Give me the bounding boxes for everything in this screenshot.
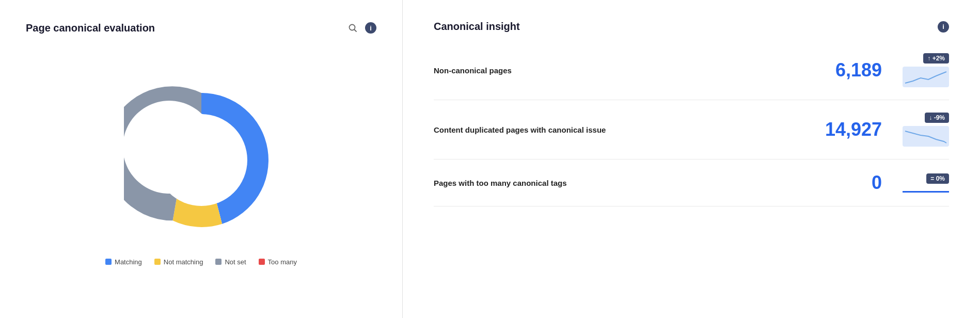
left-header-icons: i xyxy=(345,21,376,35)
metric-label-non-canonical: Non-canonical pages xyxy=(434,66,820,75)
legend-label-too-many: Too many xyxy=(268,258,297,266)
legend-label-not-matching: Not matching xyxy=(164,258,203,266)
svg-point-2 xyxy=(155,114,247,206)
metric-chart-non-canonical: ↑ +2% xyxy=(892,53,949,87)
metric-value-too-many: 0 xyxy=(820,172,882,194)
sparkline-duplicated xyxy=(903,126,949,147)
metric-value-duplicated: 14,927 xyxy=(820,119,882,140)
right-panel: Canonical insight i Non-canonical pages … xyxy=(403,0,980,318)
metric-badge-too-many: = 0% xyxy=(926,173,949,184)
legend-label-matching: Matching xyxy=(115,258,142,266)
legend-item-too-many: Too many xyxy=(259,258,297,266)
metric-label-too-many: Pages with too many canonical tags xyxy=(434,179,820,187)
legend-dot-matching xyxy=(105,259,112,265)
metric-badge-duplicated: ↓ -9% xyxy=(925,113,949,123)
left-panel-header: Page canonical evaluation i xyxy=(26,21,376,35)
metric-chart-duplicated: ↓ -9% xyxy=(892,113,949,147)
left-panel-title: Page canonical evaluation xyxy=(26,22,155,34)
metric-row-non-canonical: Non-canonical pages 6,189 ↑ +2% xyxy=(434,48,949,100)
left-panel: Page canonical evaluation i xyxy=(0,0,403,318)
legend-dot-not-matching xyxy=(154,259,161,265)
metric-row-duplicated: Content duplicated pages with canonical … xyxy=(434,100,949,160)
legend-dot-too-many xyxy=(259,259,265,265)
metric-row-too-many: Pages with too many canonical tags 0 = 0… xyxy=(434,160,949,206)
metrics-list: Non-canonical pages 6,189 ↑ +2% Content … xyxy=(434,48,949,297)
svg-point-0 xyxy=(350,25,355,30)
sparkline-non-canonical xyxy=(903,67,949,87)
page-container: Page canonical evaluation i xyxy=(0,0,980,318)
legend-label-not-set: Not set xyxy=(225,258,246,266)
legend-item-not-matching: Not matching xyxy=(154,258,203,266)
svg-rect-3 xyxy=(903,67,949,87)
metric-chart-too-many: = 0% xyxy=(892,173,949,193)
metric-badge-non-canonical: ↑ +2% xyxy=(923,53,949,63)
right-info-icon[interactable]: i xyxy=(938,21,949,33)
chart-area: Matching Not matching Not set Too many xyxy=(26,51,376,297)
svg-line-1 xyxy=(355,30,357,32)
legend-dot-not-set xyxy=(215,259,222,265)
right-panel-header: Canonical insight i xyxy=(434,21,949,33)
search-icon[interactable] xyxy=(345,21,360,35)
metric-label-duplicated: Content duplicated pages with canonical … xyxy=(434,125,820,134)
legend-item-matching: Matching xyxy=(105,258,142,266)
legend: Matching Not matching Not set Too many xyxy=(105,258,297,266)
legend-item-not-set: Not set xyxy=(215,258,246,266)
info-icon[interactable]: i xyxy=(365,22,376,34)
donut-chart xyxy=(124,83,279,237)
metric-value-non-canonical: 6,189 xyxy=(820,59,882,81)
right-panel-title: Canonical insight xyxy=(434,21,520,33)
sparkline-too-many xyxy=(903,191,949,193)
